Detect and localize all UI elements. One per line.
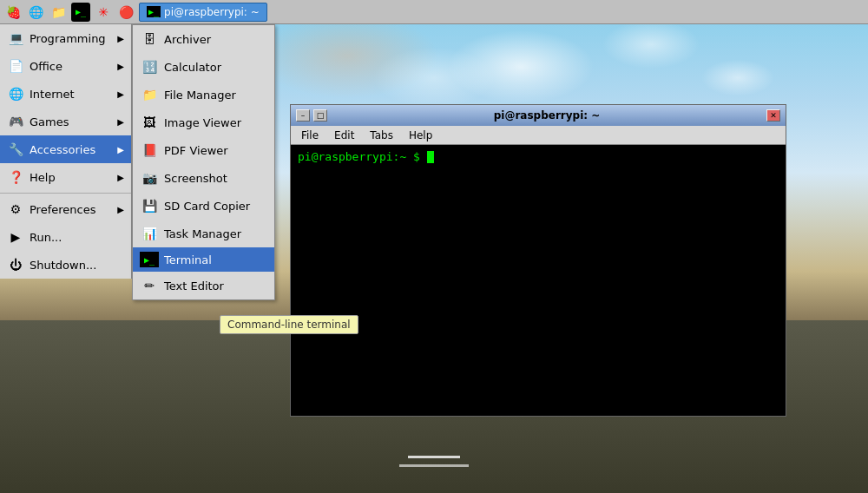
raspberrypi-icon[interactable]: 🍓 (3, 3, 23, 22)
terminal-taskbar-btn[interactable]: ▶_ pi@raspberrypi: ~ (139, 3, 267, 22)
submenu-item-archiver[interactable]: 🗄 Archiver (133, 25, 274, 53)
close-button[interactable]: ✕ (766, 109, 780, 122)
text-editor-icon: ✏ (140, 276, 159, 295)
office-icon: 📄 (7, 57, 24, 75)
arrow-icon: ▶ (117, 89, 124, 99)
terminal-tabs-menu[interactable]: Tabs (363, 128, 400, 143)
sidebar-item-accessories[interactable]: 🔧 Accessories ▶ (0, 135, 131, 163)
image-viewer-label: Image Viewer (164, 116, 241, 129)
accessories-label: Accessories (30, 143, 112, 156)
screenshot-icon: 📷 (140, 168, 159, 187)
terminal-icon[interactable]: ▶_ (71, 3, 90, 22)
accessories-icon: 🔧 (7, 141, 24, 158)
games-icon: 🎮 (7, 113, 24, 130)
submenu-item-screenshot[interactable]: 📷 Screenshot (133, 164, 274, 192)
accessories-submenu: 🗄 Archiver 🔢 Calculator 📁 File Manager 🖼… (132, 24, 275, 300)
arrow-icon: ▶ (117, 62, 124, 71)
terminal-menubar: File Edit Tabs Help (291, 126, 786, 145)
submenu-item-sdcard-copier[interactable]: 💾 SD Card Copier (133, 192, 274, 220)
road-line (408, 456, 460, 458)
submenu-item-calculator[interactable]: 🔢 Calculator (133, 53, 274, 81)
task-manager-icon: 📊 (140, 224, 159, 243)
office-label: Office (30, 60, 112, 73)
sdcard-copier-icon: 💾 (140, 196, 159, 215)
terminal-help-menu[interactable]: Help (402, 128, 439, 143)
preferences-icon: ⚙ (7, 200, 24, 218)
minimize-button[interactable]: – (296, 109, 310, 122)
sidebar-item-programming[interactable]: 💻 Programming ▶ (0, 24, 131, 52)
pdf-viewer-icon: 📕 (140, 141, 159, 160)
browser-icon[interactable]: 🌐 (26, 3, 45, 22)
calculator-icon: 🔢 (140, 57, 159, 76)
calculator-label: Calculator (164, 61, 221, 74)
sdcard-copier-label: SD Card Copier (164, 200, 250, 213)
restore-button[interactable]: □ (313, 109, 327, 122)
terminal-cursor (427, 151, 434, 163)
programming-icon: 💻 (7, 30, 24, 47)
pdf-viewer-label: PDF Viewer (164, 144, 228, 157)
terminal-body[interactable]: pi@raspberrypi:~ $ (291, 145, 786, 416)
tooltip-text: Command-line terminal (227, 319, 351, 331)
sidebar-item-run[interactable]: ▶ Run... (0, 223, 131, 251)
run-label: Run... (30, 231, 124, 244)
terminal-file-menu[interactable]: File (294, 128, 326, 143)
screenshot-label: Screenshot (164, 172, 227, 185)
file-manager-label: File Manager (164, 89, 236, 102)
sidebar-item-help[interactable]: ❓ Help ▶ (0, 163, 131, 191)
road-line2 (399, 464, 469, 467)
task-manager-label: Task Manager (164, 227, 241, 240)
main-menu: 💻 Programming ▶ 📄 Office ▶ 🌐 Internet ▶ … (0, 24, 132, 279)
text-editor-label: Text Editor (164, 279, 224, 293)
terminal-prompt: pi@raspberrypi:~ $ (298, 150, 427, 163)
internet-label: Internet (30, 88, 112, 101)
archiver-label: Archiver (164, 33, 211, 46)
files-icon[interactable]: 📁 (49, 3, 68, 22)
arrow-icon: ▶ (117, 34, 124, 43)
image-viewer-icon: 🖼 (140, 113, 159, 132)
help-icon: ❓ (7, 168, 24, 186)
terminal-title: pi@raspberrypi: ~ (331, 109, 763, 122)
submenu-item-text-editor[interactable]: ✏ Text Editor (133, 272, 274, 299)
terminal-edit-menu[interactable]: Edit (327, 128, 361, 143)
games-label: Games (30, 115, 112, 128)
arrow-icon: ▶ (117, 145, 124, 154)
programming-label: Programming (30, 32, 112, 45)
internet-icon: 🌐 (7, 85, 24, 102)
submenu-item-terminal[interactable]: ▶_ Terminal (133, 247, 274, 272)
terminal-window: – □ pi@raspberrypi: ~ ✕ File Edit Tabs H… (290, 104, 786, 417)
terminal-submenu-icon: ▶_ (140, 252, 159, 267)
submenu-item-pdf-viewer[interactable]: 📕 PDF Viewer (133, 136, 274, 164)
terminal-label: Terminal (164, 253, 212, 266)
preferences-label: Preferences (30, 203, 112, 216)
menu-separator (0, 193, 131, 194)
red-icon[interactable]: 🔴 (116, 3, 135, 22)
archiver-icon: 🗄 (140, 30, 159, 49)
submenu-item-image-viewer[interactable]: 🖼 Image Viewer (133, 108, 274, 136)
sidebar-item-internet[interactable]: 🌐 Internet ▶ (0, 80, 131, 108)
arrow-icon: ▶ (117, 205, 124, 214)
run-icon: ▶ (7, 228, 24, 246)
sidebar-item-shutdown[interactable]: ⏻ Shutdown... (0, 251, 131, 279)
help-label: Help (30, 171, 112, 184)
terminal-taskbar-icon: ▶_ (147, 6, 161, 17)
taskbar: 🍓 🌐 📁 ▶_ ✳ 🔴 ▶_ pi@raspberrypi: ~ (0, 0, 868, 24)
file-manager-icon: 📁 (140, 85, 159, 104)
sidebar-item-preferences[interactable]: ⚙ Preferences ▶ (0, 195, 131, 223)
shutdown-icon: ⏻ (7, 256, 24, 273)
terminal-titlebar: – □ pi@raspberrypi: ~ ✕ (291, 105, 786, 126)
shutdown-label: Shutdown... (30, 259, 124, 272)
tooltip: Command-line terminal (220, 315, 358, 334)
terminal-taskbar-label: pi@raspberrypi: ~ (164, 6, 260, 18)
arrow-icon: ▶ (117, 173, 124, 182)
arrow-icon: ▶ (117, 117, 124, 127)
submenu-item-file-manager[interactable]: 📁 File Manager (133, 81, 274, 108)
sidebar-item-games[interactable]: 🎮 Games ▶ (0, 108, 131, 135)
submenu-item-task-manager[interactable]: 📊 Task Manager (133, 220, 274, 247)
sidebar-item-office[interactable]: 📄 Office ▶ (0, 52, 131, 80)
star-icon[interactable]: ✳ (94, 3, 113, 22)
